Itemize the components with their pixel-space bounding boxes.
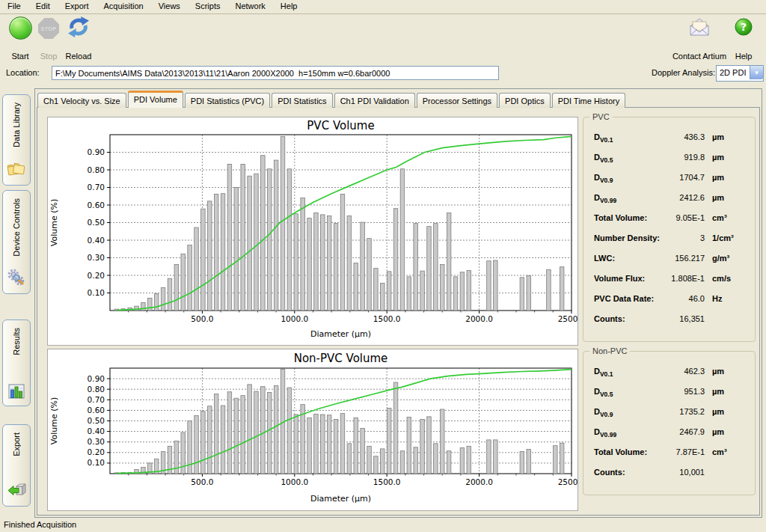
tab-ch1-velocity-vs-size[interactable]: Ch1 Velocity vs. Size [37, 93, 126, 108]
svg-text:0.10: 0.10 [88, 288, 105, 297]
menu-item-export[interactable]: Export [58, 0, 96, 13]
data-library-label: Data Library [12, 103, 21, 147]
svg-text:0.70: 0.70 [88, 183, 105, 192]
stat-label: DV0.99 [594, 427, 616, 436]
stat-value: 2467.9 [655, 427, 705, 436]
svg-text:0.80: 0.80 [88, 385, 105, 394]
svg-text:2000.0: 2000.0 [465, 314, 493, 323]
svg-text:0.10: 0.10 [88, 458, 105, 467]
svg-text:0.80: 0.80 [88, 165, 105, 174]
stat-row: Counts:10,001 [583, 463, 755, 483]
stat-unit: 1/cm³ [712, 233, 734, 242]
svg-text:?: ? [741, 21, 747, 33]
svg-text:0.60: 0.60 [88, 201, 105, 210]
status-text: Finished Acquisition [4, 520, 76, 529]
sidebar-item-data-library[interactable]: Data Library [2, 94, 31, 186]
results-label: Results [12, 328, 21, 355]
stat-unit: g/m³ [712, 254, 729, 263]
stat-value: 462.3 [655, 367, 705, 376]
svg-text:0.50: 0.50 [88, 218, 105, 227]
menu-item-file[interactable]: File [0, 0, 28, 13]
stat-unit: cm³ [712, 213, 727, 222]
app-window: FileEditExportAcquisitionViewsScriptsNet… [0, 0, 766, 532]
svg-text:0.20: 0.20 [88, 271, 105, 280]
menu-item-edit[interactable]: Edit [28, 0, 58, 13]
location-bar: Location: Doppler Analysis: 2D PDI ▼ [0, 64, 766, 84]
menu-item-acquisition[interactable]: Acquisition [96, 0, 151, 13]
stat-unit: µm [712, 367, 724, 376]
tab-processor-settings[interactable]: Processor Settings [417, 93, 497, 108]
start-button[interactable]: Start [4, 14, 37, 61]
nonpvc-volume-chart-svg: 0.100.200.300.400.500.600.700.800.90500.… [48, 349, 577, 510]
stat-value: 3 [655, 233, 705, 242]
tab-strip: Ch1 Velocity vs. SizePDI VolumePDI Stati… [37, 91, 627, 107]
stat-row: DV0.992467.9µm [583, 423, 755, 443]
sidebar-item-export[interactable]: Export [2, 424, 31, 507]
stat-value: 2412.6 [655, 193, 705, 202]
stat-unit: µm [712, 387, 724, 396]
stat-value: 1.808E-1 [655, 274, 705, 283]
stat-value: 9.05E-1 [655, 213, 705, 222]
tab-pdi-volume[interactable]: PDI Volume [128, 91, 183, 108]
stat-row: DV0.5951.3µm [583, 382, 755, 403]
menu-item-views[interactable]: Views [151, 0, 188, 13]
help-label: Help [729, 52, 759, 61]
pvc-stats-title: PVC [589, 112, 613, 121]
menu-item-scripts[interactable]: Scripts [188, 0, 228, 13]
contact-artium-label: Contact Artium [670, 52, 729, 61]
svg-text:0.20: 0.20 [88, 447, 105, 456]
stat-row: DV0.91704.7µm [583, 168, 755, 189]
tab-pdi-statistics[interactable]: PDI Statistics [272, 93, 332, 108]
doppler-analysis-dropdown[interactable]: 2D PDI ▼ [716, 65, 764, 82]
tab-pdi-optics[interactable]: PDI Optics [499, 93, 551, 108]
stat-unit: µm [712, 407, 724, 416]
reload-button[interactable]: Reload [61, 14, 96, 61]
menu-item-network[interactable]: Network [227, 0, 272, 13]
status-bar: Finished Acquisition [0, 519, 766, 532]
tab-ch1-pdi-validation[interactable]: Ch1 PDI Validation [334, 93, 415, 108]
svg-text:0.30: 0.30 [88, 437, 105, 446]
chevron-down-icon[interactable]: ▼ [750, 66, 763, 79]
stop-label: Stop [35, 52, 62, 61]
sidebar-item-device-controls[interactable]: Device Controls [2, 190, 31, 294]
pvc-stats-panel: PVC DV0.1436.3µmDV0.5919.8µmDV0.91704.7µ… [583, 117, 756, 342]
stat-value: 436.3 [655, 132, 705, 141]
nonpvc-volume-chart: 0.100.200.300.400.500.600.700.800.90500.… [47, 349, 578, 511]
stat-value: 10,001 [655, 468, 705, 477]
stat-label: Volume Flux: [594, 274, 645, 283]
stat-row: Counts:16,351 [583, 310, 755, 330]
location-input[interactable] [52, 66, 499, 80]
contact-artium-button[interactable]: Contact Artium [670, 14, 729, 61]
svg-text:Diameter (µm): Diameter (µm) [310, 329, 371, 339]
stat-unit: µm [712, 153, 724, 162]
stat-label: Number Density: [594, 233, 660, 242]
nonpvc-stats-title: Non-PVC [589, 346, 630, 355]
help-button[interactable]: ? Help [729, 14, 759, 61]
folders-icon [7, 162, 26, 180]
stat-label: DV0.99 [594, 193, 616, 202]
tab-pdi-time-history[interactable]: PDI Time History [552, 93, 626, 108]
svg-text:2000.0: 2000.0 [465, 477, 493, 486]
stat-row: DV0.1436.3µm [583, 128, 755, 148]
stop-button: STOP Stop [35, 14, 62, 61]
stat-unit: cm³ [712, 447, 727, 456]
svg-text:500.0: 500.0 [191, 314, 213, 323]
tab-pdi-statistics-pvc-[interactable]: PDI Statistics (PVC) [185, 93, 270, 108]
pvc-volume-chart: 0.100.200.300.400.500.600.700.800.90500.… [47, 117, 578, 346]
svg-text:Volume (%): Volume (%) [49, 397, 59, 444]
bar-chart-icon [8, 384, 25, 400]
stat-label: Counts: [594, 314, 625, 323]
svg-text:0.50: 0.50 [88, 416, 105, 425]
sidebar-item-results[interactable]: Results [2, 319, 31, 406]
stat-label: PVC Data Rate: [594, 294, 654, 303]
stat-row: LWC:156.217g/m³ [583, 249, 755, 269]
svg-text:0.40: 0.40 [88, 426, 105, 435]
menu-item-help[interactable]: Help [273, 0, 305, 13]
stat-label: DV0.1 [594, 132, 613, 141]
gears-icon [7, 269, 26, 288]
stat-label: DV0.5 [594, 387, 613, 396]
stat-row: Number Density:31/cm³ [583, 229, 755, 249]
stat-unit: µm [712, 427, 724, 436]
stat-label: Total Volume: [594, 447, 647, 456]
export-icon [7, 483, 26, 501]
